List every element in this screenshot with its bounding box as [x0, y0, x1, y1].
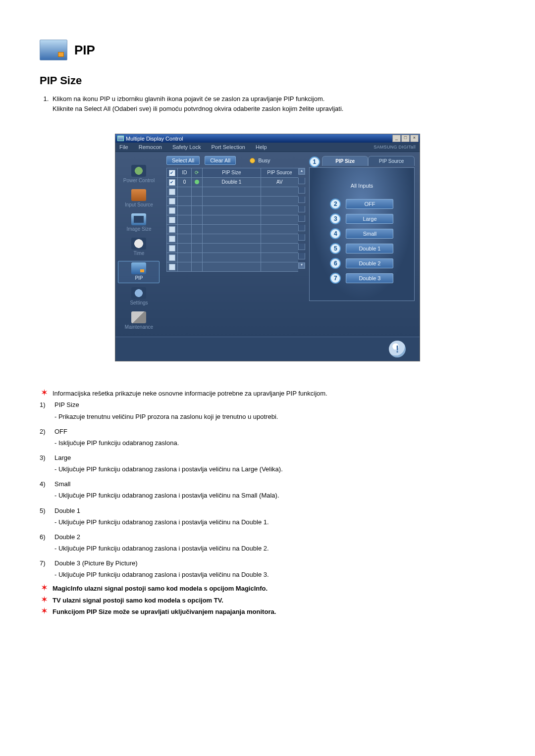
titlebar: Multiple Display Control _ □ × — [115, 134, 420, 143]
sidebar-item-settings[interactable]: Settings — [118, 286, 159, 307]
sidebar-item-power[interactable]: Power Control — [118, 164, 159, 185]
menu-remocon[interactable]: Remocon — [139, 144, 162, 150]
all-inputs-label: All Inputs — [320, 183, 404, 189]
empty-row-checkbox[interactable] — [166, 262, 177, 272]
info-icon[interactable] — [389, 341, 406, 357]
note-4-title: Small — [54, 479, 71, 489]
menu-safety-lock[interactable]: Safety Lock — [172, 144, 201, 150]
note-bold-1: MagicInfo ulazni signal postoji samo kod… — [53, 584, 268, 594]
window-close-button[interactable]: × — [410, 135, 419, 142]
grid-scrollbar-track[interactable] — [298, 178, 305, 184]
star-icon: ✶ — [40, 595, 49, 604]
note-num: 1) — [40, 400, 51, 410]
empty-row-checkbox[interactable] — [166, 215, 177, 225]
gear-icon — [131, 287, 146, 299]
clock-icon — [131, 238, 146, 250]
sidebar-item-label: Maintenance — [125, 324, 153, 330]
sidebar-item-time[interactable]: Time — [118, 237, 159, 258]
note-7-desc: - Uključuje PIP funkciju odabranog zaslo… — [40, 570, 495, 580]
star-icon: ✶ — [40, 583, 49, 592]
sidebar-item-label: PIP — [135, 275, 143, 281]
note-7-title: Double 3 (Picture By Picture) — [54, 558, 138, 568]
table-row-id: 0 — [177, 178, 191, 187]
empty-row-checkbox[interactable] — [166, 244, 177, 253]
note-4-desc: - Uključuje PIP funkciju odabranog zaslo… — [40, 491, 495, 501]
note-5-title: Double 1 — [54, 506, 80, 516]
note-3-desc: - Uključuje PIP funkciju odabranog zaslo… — [40, 464, 495, 474]
note-3-title: Large — [54, 453, 71, 463]
window-maximize-button[interactable]: □ — [401, 135, 410, 142]
empty-row-checkbox[interactable] — [166, 197, 177, 206]
display-grid: ID ⟳ PIP Size PIP Source ▴ 0 Double 1 AV — [166, 168, 305, 272]
option-small-button[interactable]: Small — [346, 229, 393, 239]
clear-all-button[interactable]: Clear All — [205, 156, 236, 165]
grid-scrollbar-bottom[interactable]: ▾ — [298, 262, 305, 269]
scroll-up-icon[interactable]: ▴ — [299, 168, 305, 174]
menu-file[interactable]: File — [119, 144, 128, 150]
status-dot-icon — [195, 180, 199, 184]
note-1-title: PIP Size — [54, 400, 79, 410]
sidebar: Power Control Input Source Image Size Ti… — [115, 152, 162, 337]
note-num: 3) — [40, 453, 51, 463]
note-1-desc: - Prikazuje trenutnu veličinu PIP prozor… — [40, 412, 495, 422]
option-large-button[interactable]: Large — [346, 214, 393, 224]
note-info-grid: Informacijska rešetka prikazuje neke osn… — [53, 389, 327, 399]
empty-row-checkbox[interactable] — [166, 206, 177, 215]
table-row-pip-size: Double 1 — [202, 178, 261, 187]
tab-pip-source[interactable]: PIP Source — [368, 156, 415, 166]
power-icon — [131, 165, 146, 177]
sidebar-item-pip[interactable]: PIP — [118, 261, 160, 283]
option-double2-button[interactable]: Double 2 — [346, 258, 393, 268]
sidebar-item-input[interactable]: Input Source — [118, 188, 159, 209]
scroll-down-icon[interactable]: ▾ — [299, 262, 305, 268]
pip-header-icon — [40, 40, 67, 60]
note-2-desc: - Isključuje PIP funkciju odabranog zasl… — [40, 438, 495, 448]
menubar: File Remocon Safety Lock Port Selection … — [119, 144, 276, 150]
window-title: Multiple Display Control — [126, 136, 183, 142]
empty-row-checkbox[interactable] — [166, 234, 177, 244]
sidebar-item-label: Image Size — [126, 226, 151, 232]
sidebar-item-image[interactable]: Image Size — [118, 212, 159, 234]
busy-label: Busy — [258, 157, 270, 163]
sidebar-item-maintenance[interactable]: Maintenance — [118, 310, 159, 332]
note-num: 2) — [40, 427, 51, 437]
section-title: PIP Size — [40, 74, 495, 87]
note-bold-2: TV ulazni signal postoji samo kod modela… — [53, 596, 223, 605]
image-size-icon — [131, 213, 146, 225]
empty-row-checkbox[interactable] — [166, 225, 177, 234]
col-pip-source-header: PIP Source — [261, 168, 298, 178]
table-row-pip-source: AV — [261, 178, 298, 187]
empty-row-checkbox[interactable] — [166, 187, 177, 197]
sidebar-item-label: Power Control — [123, 178, 155, 183]
grid-scrollbar[interactable]: ▴ — [298, 168, 305, 175]
col-id-header: ID — [177, 168, 191, 178]
app-footer — [115, 337, 420, 361]
sidebar-item-label: Time — [134, 251, 145, 256]
menu-help[interactable]: Help — [256, 144, 267, 150]
empty-row-checkbox[interactable] — [166, 253, 177, 262]
tab-pip-size[interactable]: PIP Size — [322, 156, 369, 166]
menu-port-selection[interactable]: Port Selection — [211, 144, 245, 150]
brand-label: SAMSUNG DIGITall — [374, 145, 416, 150]
option-double1-button[interactable]: Double 1 — [346, 244, 393, 253]
option-double3-button[interactable]: Double 3 — [346, 273, 393, 283]
input-icon — [131, 189, 146, 201]
window-minimize-button[interactable]: _ — [392, 135, 401, 142]
callout-6: 6 — [330, 258, 341, 269]
col-checkbox-header[interactable] — [166, 168, 177, 178]
option-off-button[interactable]: OFF — [346, 199, 393, 209]
callout-7: 7 — [330, 273, 341, 284]
sidebar-item-label: Input Source — [125, 202, 153, 207]
select-all-button[interactable]: Select All — [166, 156, 200, 165]
callout-2: 2 — [330, 199, 341, 209]
callout-1: 1 — [309, 156, 320, 167]
table-row-checkbox[interactable] — [166, 178, 177, 187]
note-num: 4) — [40, 479, 51, 489]
app-icon — [117, 136, 124, 141]
note-num: 7) — [40, 558, 51, 568]
note-num: 6) — [40, 532, 51, 542]
note-num: 5) — [40, 506, 51, 516]
callout-5: 5 — [330, 243, 341, 254]
pip-icon — [131, 262, 146, 274]
sidebar-item-label: Settings — [130, 300, 148, 305]
